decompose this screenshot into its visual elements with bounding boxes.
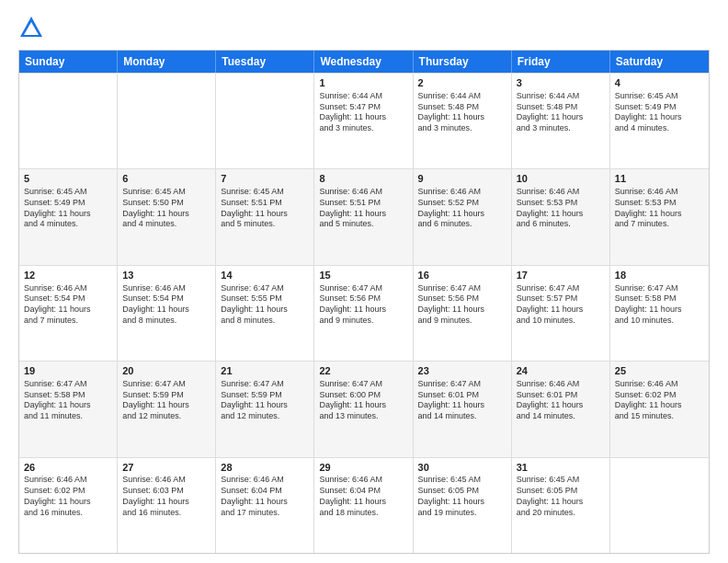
cell-info: and 9 minutes. bbox=[418, 316, 506, 327]
day-number: 28 bbox=[221, 461, 309, 475]
cell-info: Sunset: 6:02 PM bbox=[24, 486, 112, 497]
cell-info: and 3 minutes. bbox=[319, 123, 407, 134]
cal-cell: 22Sunrise: 6:47 AMSunset: 6:00 PMDayligh… bbox=[314, 362, 413, 456]
cell-info: and 9 minutes. bbox=[319, 316, 407, 327]
cell-info: Sunrise: 6:46 AM bbox=[221, 475, 309, 486]
cell-info: and 4 minutes. bbox=[24, 219, 112, 230]
cell-info: Sunset: 5:58 PM bbox=[615, 293, 704, 304]
cal-cell: 13Sunrise: 6:46 AMSunset: 5:54 PMDayligh… bbox=[118, 266, 216, 361]
day-number: 15 bbox=[319, 269, 407, 282]
cell-info: Sunrise: 6:46 AM bbox=[418, 187, 506, 198]
cal-cell: 5Sunrise: 6:45 AMSunset: 5:49 PMDaylight… bbox=[19, 169, 118, 264]
cell-info: Sunset: 5:51 PM bbox=[221, 198, 309, 209]
cal-cell: 21Sunrise: 6:47 AMSunset: 5:59 PMDayligh… bbox=[216, 362, 314, 456]
day-number: 27 bbox=[122, 461, 210, 475]
cell-info: and 7 minutes. bbox=[615, 219, 704, 230]
cell-info: Daylight: 11 hours bbox=[319, 112, 407, 123]
cell-info: Daylight: 11 hours bbox=[615, 400, 704, 411]
cell-info: Sunrise: 6:44 AM bbox=[517, 91, 605, 102]
cell-info: and 16 minutes. bbox=[122, 508, 210, 519]
cell-info: Sunset: 5:50 PM bbox=[122, 198, 210, 209]
cell-info: Sunset: 6:05 PM bbox=[517, 486, 605, 497]
day-number: 30 bbox=[418, 461, 506, 475]
cell-info: Sunset: 5:59 PM bbox=[122, 390, 210, 401]
cell-info: Sunset: 5:48 PM bbox=[517, 102, 605, 113]
day-number: 12 bbox=[24, 269, 112, 282]
cell-info: and 15 minutes. bbox=[615, 411, 704, 422]
day-number: 10 bbox=[517, 172, 605, 186]
cal-cell: 28Sunrise: 6:46 AMSunset: 6:04 PMDayligh… bbox=[216, 458, 314, 553]
cell-info: and 6 minutes. bbox=[418, 219, 506, 230]
day-number: 20 bbox=[122, 364, 210, 378]
cal-cell: 31Sunrise: 6:45 AMSunset: 6:05 PMDayligh… bbox=[512, 458, 610, 553]
cell-info: Sunset: 6:01 PM bbox=[517, 390, 605, 401]
cell-info: Daylight: 11 hours bbox=[517, 304, 605, 316]
cell-info: Sunrise: 6:45 AM bbox=[24, 187, 112, 198]
cell-info: Sunrise: 6:46 AM bbox=[615, 379, 704, 390]
cell-info: Daylight: 11 hours bbox=[24, 209, 112, 220]
weekday-header-wednesday: Wednesday bbox=[314, 51, 413, 73]
cell-info: Daylight: 11 hours bbox=[615, 112, 704, 123]
cal-cell: 4Sunrise: 6:45 AMSunset: 5:49 PMDaylight… bbox=[610, 74, 709, 168]
cell-info: Sunrise: 6:44 AM bbox=[319, 91, 407, 102]
day-number: 22 bbox=[319, 364, 407, 378]
cell-info: and 12 minutes. bbox=[221, 411, 309, 422]
cell-info: Daylight: 11 hours bbox=[24, 400, 112, 411]
weekday-header-sunday: Sunday bbox=[19, 51, 118, 73]
cell-info: Daylight: 11 hours bbox=[122, 400, 210, 411]
cal-cell bbox=[118, 74, 216, 168]
cell-info: Sunset: 6:00 PM bbox=[319, 390, 407, 401]
cell-info: and 17 minutes. bbox=[221, 508, 309, 519]
cal-cell: 2Sunrise: 6:44 AMSunset: 5:48 PMDaylight… bbox=[414, 74, 512, 168]
cell-info: Sunrise: 6:47 AM bbox=[221, 283, 309, 294]
cell-info: Daylight: 11 hours bbox=[122, 304, 210, 316]
calendar-body: 1Sunrise: 6:44 AMSunset: 5:47 PMDaylight… bbox=[19, 73, 709, 553]
cell-info: and 5 minutes. bbox=[221, 219, 309, 230]
cell-info: Sunset: 5:47 PM bbox=[319, 102, 407, 113]
cal-cell: 10Sunrise: 6:46 AMSunset: 5:53 PMDayligh… bbox=[512, 169, 610, 264]
cal-cell: 7Sunrise: 6:45 AMSunset: 5:51 PMDaylight… bbox=[216, 169, 314, 264]
cell-info: and 10 minutes. bbox=[615, 316, 704, 327]
cell-info: Daylight: 11 hours bbox=[418, 304, 506, 316]
cell-info: and 14 minutes. bbox=[517, 411, 605, 422]
cal-cell: 23Sunrise: 6:47 AMSunset: 6:01 PMDayligh… bbox=[414, 362, 512, 456]
cell-info: and 10 minutes. bbox=[517, 316, 605, 327]
cell-info: and 20 minutes. bbox=[517, 508, 605, 519]
cell-info: Sunset: 5:55 PM bbox=[221, 293, 309, 304]
calendar-row-5: 26Sunrise: 6:46 AMSunset: 6:02 PMDayligh… bbox=[19, 457, 709, 553]
cell-info: Sunset: 5:54 PM bbox=[24, 293, 112, 304]
calendar: SundayMondayTuesdayWednesdayThursdayFrid… bbox=[18, 50, 710, 554]
cell-info: Sunrise: 6:45 AM bbox=[418, 475, 506, 486]
day-number: 5 bbox=[24, 172, 112, 186]
cell-info: Sunset: 6:02 PM bbox=[615, 390, 704, 401]
cal-cell bbox=[610, 458, 709, 553]
cal-cell: 25Sunrise: 6:46 AMSunset: 6:02 PMDayligh… bbox=[610, 362, 709, 456]
day-number: 18 bbox=[615, 269, 704, 282]
cal-cell bbox=[19, 74, 118, 168]
cell-info: and 8 minutes. bbox=[221, 316, 309, 327]
cal-cell: 27Sunrise: 6:46 AMSunset: 6:03 PMDayligh… bbox=[118, 458, 216, 553]
header bbox=[18, 15, 710, 40]
day-number: 29 bbox=[319, 461, 407, 475]
day-number: 21 bbox=[221, 364, 309, 378]
cal-cell: 18Sunrise: 6:47 AMSunset: 5:58 PMDayligh… bbox=[610, 266, 709, 361]
cell-info: Sunrise: 6:47 AM bbox=[517, 283, 605, 294]
cell-info: Daylight: 11 hours bbox=[221, 304, 309, 316]
cell-info: Sunrise: 6:46 AM bbox=[517, 187, 605, 198]
cell-info: Sunset: 5:49 PM bbox=[615, 102, 704, 113]
day-number: 3 bbox=[517, 76, 605, 90]
cal-cell: 24Sunrise: 6:46 AMSunset: 6:01 PMDayligh… bbox=[512, 362, 610, 456]
cell-info: and 8 minutes. bbox=[122, 316, 210, 327]
weekday-header-thursday: Thursday bbox=[414, 51, 512, 73]
cell-info: Sunrise: 6:47 AM bbox=[615, 283, 704, 294]
cal-cell: 8Sunrise: 6:46 AMSunset: 5:51 PMDaylight… bbox=[314, 169, 413, 264]
cell-info: Daylight: 11 hours bbox=[319, 400, 407, 411]
cal-cell: 16Sunrise: 6:47 AMSunset: 5:56 PMDayligh… bbox=[414, 266, 512, 361]
day-number: 6 bbox=[122, 172, 210, 186]
day-number: 19 bbox=[24, 364, 112, 378]
cell-info: Daylight: 11 hours bbox=[221, 497, 309, 508]
calendar-row-3: 12Sunrise: 6:46 AMSunset: 5:54 PMDayligh… bbox=[19, 265, 709, 361]
cell-info: Sunrise: 6:45 AM bbox=[615, 91, 704, 102]
day-number: 26 bbox=[24, 461, 112, 475]
cell-info: Sunset: 5:49 PM bbox=[24, 198, 112, 209]
